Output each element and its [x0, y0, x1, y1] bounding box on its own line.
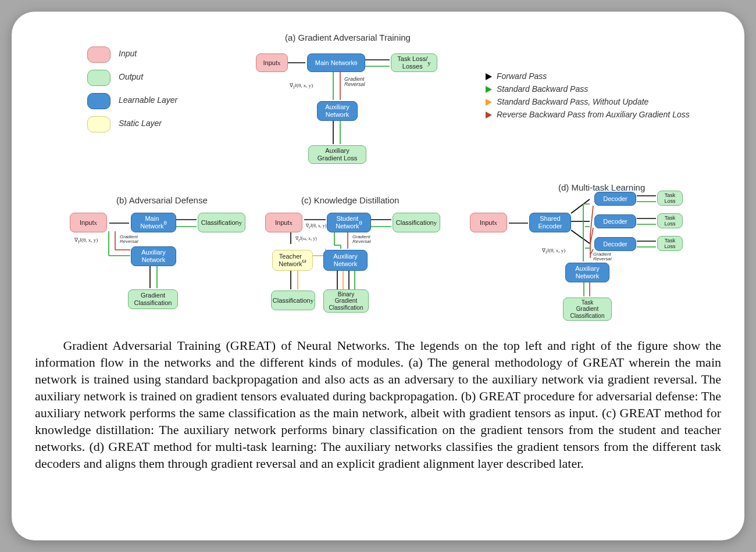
title-c: (c) Knowledge Distillation [301, 195, 399, 205]
legend-arrow-back: Standard Backward Pass [497, 84, 588, 94]
legend-arrow-back-noupdate-icon [486, 99, 492, 106]
title-b: (b) Adversarial Defense [116, 195, 208, 205]
c-binary-grad-classification: BinaryGradientClassification [323, 289, 369, 313]
d-aux-network: AuxiliaryNetwork [565, 263, 609, 282]
legend-label-input: Input [119, 49, 137, 58]
c-classification: Classificationy [393, 213, 440, 232]
c-classification-y-bottom: Classificationy [271, 291, 315, 310]
d-decoder-2: Decoder [594, 214, 636, 228]
a-input: Inputx [256, 53, 288, 72]
figure-page: Input Output Learnable Layer Static Laye… [12, 12, 744, 540]
b-aux-network: AuxiliaryNetwork [131, 246, 176, 266]
d-gradrev: GradientReversal [593, 252, 612, 262]
d-decoder-1: Decoder [594, 192, 636, 206]
title-d: (d) Multi-task Learning [558, 182, 645, 192]
d-task-loss-2: TaskLoss [657, 213, 683, 228]
b-main-network: MainNetwork θ [131, 213, 176, 232]
legend-arrow-rev: Reverse Backward Pass from Auxiliary Gra… [497, 110, 690, 119]
legend-label-learnable: Learnable Layer [119, 95, 177, 105]
a-aux-network: AuxiliaryNetwork [317, 101, 358, 121]
a-task-loss: Task Loss/Losses y [391, 53, 437, 72]
figure-caption: Gradient Adversarial Training (GREAT) of… [12, 337, 744, 486]
svg-line-31 [571, 199, 590, 213]
d-shared-encoder: SharedEncoder [529, 213, 571, 232]
d-input: Inputx [470, 213, 507, 232]
c-aux-network: AuxiliaryNetwork [323, 250, 368, 271]
a-aux-grad-loss: AuxiliaryGradient Loss [308, 145, 366, 164]
d-task-loss-1: TaskLoss [657, 191, 683, 206]
svg-line-33 [571, 230, 590, 243]
d-task-loss-3: TaskLoss [657, 236, 683, 251]
b-gradJ: ∇fJ(θ, x, y) [74, 237, 98, 245]
a-gradJ: ∇fJ(θ, x, y) [290, 83, 313, 90]
legend-arrow-forward-icon [486, 73, 492, 80]
legend-swatch-static [87, 116, 110, 132]
c-teacher-network: TeacherNetwork ω [272, 250, 313, 271]
legend-label-output: Output [119, 72, 143, 81]
d-decoder-3: Decoder [594, 237, 636, 251]
d-task-grad-classification: TaskGradientClassification [563, 297, 612, 321]
legend-arrow-back-noupdate: Standard Backward Pass, Without Update [497, 97, 648, 106]
c-gradJomega: ∇fJ(ω, x, y) [295, 236, 317, 242]
c-gradrev: GradientReversal [352, 235, 371, 245]
a-main-network: Main Networkθ [307, 53, 365, 72]
diagram-canvas: Input Output Learnable Layer Static Laye… [12, 12, 744, 337]
b-grad-classification: GradientClassification [128, 289, 178, 309]
c-gradJtheta: ∇fJ(θ, x, y) [306, 223, 327, 230]
legend-swatch-learnable [87, 93, 110, 109]
title-a: (a) Gradient Adversarial Training [285, 33, 411, 42]
b-classification: Classificationy [198, 213, 245, 232]
b-gradrev: GradientReversal [120, 235, 138, 245]
d-gradJ: ∇fJ(θ, x, y) [542, 248, 565, 255]
a-gradrev: GradientReversal [344, 77, 365, 88]
c-input: Inputx [265, 213, 302, 232]
legend-swatch-input [87, 46, 110, 63]
legend-arrow-forward: Forward Pass [497, 71, 547, 81]
legend-arrow-rev-icon [486, 112, 492, 119]
legend-label-static: Static Layer [119, 119, 162, 128]
c-student-network: StudentNetwork θ [327, 213, 371, 232]
legend-swatch-output [87, 70, 110, 86]
b-input: Inputx [70, 213, 107, 232]
legend-arrow-back-icon [486, 86, 492, 93]
